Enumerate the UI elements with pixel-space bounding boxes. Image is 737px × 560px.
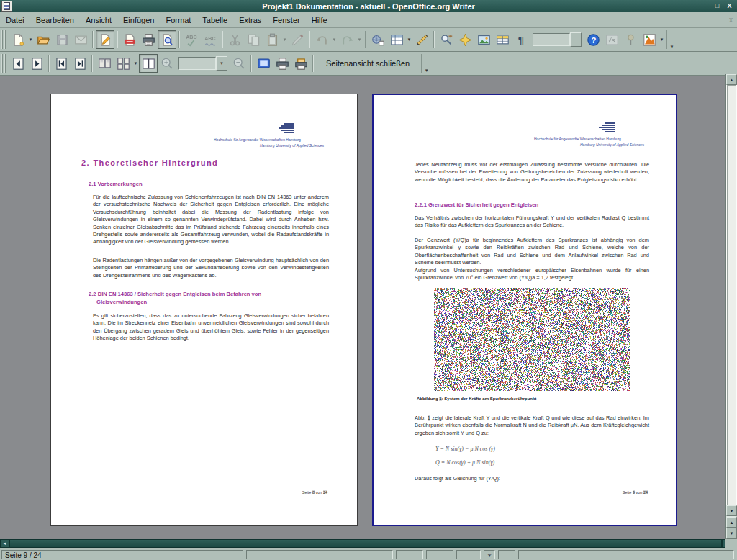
draw-functions-button[interactable] (412, 30, 431, 49)
status-cell[interactable] (498, 550, 515, 559)
find-replace-button[interactable] (437, 30, 456, 49)
toolbar-overflow[interactable]: ▼ (421, 54, 431, 73)
menu-format[interactable]: Format (160, 14, 196, 26)
navigator-button[interactable] (456, 30, 474, 49)
spellcheck-button[interactable]: ABC (182, 30, 201, 49)
undo-dropdown[interactable]: ▼ (331, 30, 338, 49)
formula-q: Q = N cos(γ) + μ N sin(γ) (435, 459, 494, 466)
status-page-style[interactable] (246, 550, 393, 559)
media-gallery-button[interactable] (640, 30, 659, 49)
status-page-indicator[interactable]: Seite 9 / 24 (1, 550, 243, 559)
menu-extras[interactable]: Extras (233, 14, 267, 26)
window-title: Projekt1 Dokumentation - aktuell - OpenO… (0, 2, 737, 11)
menu-datei[interactable]: Datei (0, 14, 30, 26)
open-button[interactable] (34, 30, 53, 49)
next-page-button[interactable] (27, 54, 46, 73)
export-pdf-button[interactable] (120, 30, 139, 49)
table-dropdown[interactable]: ▼ (406, 30, 412, 49)
book-mode-button[interactable] (139, 54, 158, 73)
media-dropdown[interactable]: ▼ (659, 30, 665, 49)
menubar: Datei Bearbeiten Ansicht Einfügen Format… (0, 12, 737, 28)
hyperlink-button[interactable] (368, 30, 387, 49)
horizontal-scroll-thumb[interactable] (9, 539, 722, 548)
help-button[interactable]: ? (584, 30, 602, 49)
toolbar-overflow[interactable]: ▼ (666, 30, 677, 49)
vertical-scroll-thumb[interactable] (727, 85, 736, 505)
print-button[interactable] (139, 30, 158, 49)
save-button[interactable] (53, 30, 71, 49)
formula-button[interactable]: √s (602, 30, 621, 49)
print-options-button[interactable] (291, 54, 310, 73)
copy-button[interactable] (244, 30, 263, 49)
close-button[interactable]: X (725, 1, 734, 11)
horizontal-scrollbar[interactable]: ◄ ► (0, 539, 731, 548)
paragraph: Die Radentlastungen hängen außer von der… (93, 257, 329, 279)
redo-button[interactable] (338, 30, 356, 49)
heading-grenzwert: 2.2.1 Grenzwert für Sicherheit gegen Ent… (415, 202, 538, 208)
preview-page-left: Hochschule für Angewandte Wissenschaften… (50, 94, 358, 526)
paste-dropdown[interactable]: ▼ (281, 30, 288, 49)
maximize-button[interactable]: □ (713, 1, 722, 11)
redo-dropdown[interactable]: ▼ (356, 30, 363, 49)
scroll-down-icon[interactable]: ▼ (726, 505, 737, 516)
previous-page-button[interactable] (9, 54, 27, 73)
menu-fenster[interactable]: Fenster (267, 14, 305, 26)
next-page-icon (30, 57, 44, 71)
next-page-scroll-icon[interactable]: ▼ (726, 528, 737, 539)
menu-hilfe[interactable]: Hilfe (306, 14, 333, 26)
svg-text:ABC: ABC (186, 35, 196, 40)
vertical-scroll-track[interactable] (726, 85, 737, 505)
undo-button[interactable] (312, 30, 331, 49)
cut-button[interactable] (225, 30, 244, 49)
toolbar-separator (309, 31, 310, 48)
status-cell[interactable] (518, 550, 734, 559)
format-paintbrush-button[interactable] (288, 30, 307, 49)
status-cell[interactable] (426, 550, 453, 559)
menu-tabelle[interactable]: Tabelle (196, 14, 233, 26)
page-preview-button[interactable] (158, 30, 176, 49)
preview-zoom-input[interactable] (178, 57, 216, 70)
zoom-in-button[interactable] (158, 54, 176, 73)
menu-bearbeiten[interactable]: Bearbeiten (30, 14, 80, 26)
document-close-icon[interactable]: x (729, 16, 737, 24)
data-sources-button[interactable] (493, 30, 512, 49)
insert-table-button[interactable] (387, 30, 406, 49)
first-page-button[interactable] (52, 54, 71, 73)
standard-toolbar: ▼ ABC ABC (0, 28, 737, 52)
menu-ansicht[interactable]: Ansicht (80, 14, 117, 26)
new-dropdown[interactable]: ▼ (27, 30, 34, 49)
menu-einfuegen[interactable]: Einfügen (117, 14, 160, 26)
pin-button[interactable] (621, 30, 640, 49)
copy-icon (247, 33, 261, 47)
status-cell[interactable] (396, 550, 423, 559)
auto-spellcheck-button[interactable]: ABC (201, 30, 220, 49)
scroll-up-icon[interactable]: ▲ (726, 74, 737, 85)
close-preview-button[interactable]: Seitenansicht schließen (320, 57, 415, 70)
full-screen-button[interactable] (254, 54, 273, 73)
print-page-view-button[interactable] (273, 54, 291, 73)
toolbar-grip[interactable] (1, 54, 7, 73)
nonprinting-characters-button[interactable]: ¶ (512, 30, 530, 49)
minimize-button[interactable]: – (700, 1, 710, 11)
toolbar-grip[interactable] (1, 30, 7, 49)
edit-file-button[interactable] (96, 30, 114, 49)
multiple-pages-dropdown[interactable]: ▼ (132, 54, 139, 73)
document-preview-area: Hochschule für Angewandte Wissenschaften… (0, 76, 737, 541)
status-cell[interactable] (456, 550, 481, 559)
scissors-icon (228, 33, 242, 47)
last-page-button[interactable] (71, 54, 89, 73)
status-modified-indicator[interactable]: ∗ (484, 550, 495, 559)
email-button[interactable] (71, 30, 90, 49)
vertical-scrollbar[interactable]: ▲ ▼ ▲ ▼ (725, 74, 737, 539)
multiple-pages-button[interactable] (114, 54, 132, 73)
zoom-combo-button[interactable]: · (570, 32, 582, 47)
previous-page-scroll-icon[interactable]: ▲ (726, 516, 737, 528)
preview-zoom-dropdown[interactable]: ▼ (216, 56, 227, 71)
two-pages-button[interactable] (95, 54, 114, 73)
new-document-button[interactable] (9, 30, 27, 49)
paste-button[interactable] (263, 30, 281, 49)
gallery-button[interactable] (474, 30, 493, 49)
zoom-out-button[interactable] (230, 54, 248, 73)
scroll-left-icon[interactable]: ◄ (0, 539, 9, 548)
zoom-input[interactable] (533, 33, 570, 46)
